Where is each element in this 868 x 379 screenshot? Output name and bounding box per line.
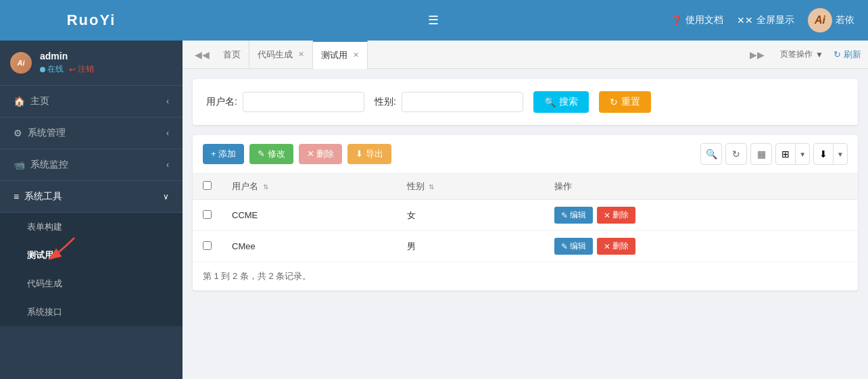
chevron-icon-home: ‹ [166,97,169,106]
tab-testuse-label: 测试用 [321,49,347,61]
layout-icon: ⊞ [776,144,796,164]
row2-edit-button[interactable]: ✎ 编辑 [554,238,593,255]
hamburger-button[interactable]: ☰ [414,13,439,28]
sidebar: Ai admin 在线 ↩ 注销 🏠 主 [0,41,183,379]
sidebar-item-home[interactable]: 🏠 主页 ‹ [0,86,183,118]
table-search-icon-btn[interactable]: 🔍 [700,143,722,165]
sidebar-item-tools[interactable]: ≡ 系统工具 ∨ [0,181,183,213]
refresh-label: 刷新 [844,49,861,61]
row2-operation: ✎ 编辑 ✕ 删除 [544,231,858,262]
row2-edit-label: 编辑 [570,241,586,252]
download-arrow: ▼ [834,144,847,164]
sidebar-item-monitor[interactable]: 📹 系统监控 ‹ [0,149,183,181]
pagination-info: 第 1 到 2 条，共 2 条记录。 [193,262,858,290]
tab-home[interactable]: 首页 [215,41,249,69]
tab-nav-prev[interactable]: ◀◀ [189,49,215,60]
th-gender: 性别 ⇅ [397,174,544,200]
refresh-button[interactable]: ↻ 刷新 [834,49,861,61]
avatar: Ai [808,8,832,32]
row1-edit-button[interactable]: ✎ 编辑 [554,207,593,224]
row1-username: CCME [222,200,397,231]
table-head: 用户名 ⇅ 性别 ⇅ 操作 [193,174,858,200]
row1-checkbox-cell [193,200,222,231]
table-columns-icon-btn[interactable]: ▦ [750,143,772,165]
tab-bar-right: ▶▶ 页签操作 ▼ ↻ 刷新 [744,46,861,63]
sidebar-item-test-use[interactable]: 测试用 [0,241,183,270]
username-input[interactable] [243,92,364,112]
table-refresh-icon-btn[interactable]: ↻ [725,143,747,165]
reset-button[interactable]: ↻ 重置 [599,91,651,113]
tab-nav-next[interactable]: ▶▶ [744,49,770,60]
pagination-text: 第 1 到 2 条，共 2 条记录。 [203,271,311,281]
question-icon: ❓ [671,15,682,26]
table-action-left: + 添加 ✎ 修改 ✕ 删除 ⬇ 导出 [203,144,391,164]
hamburger-icon: ☰ [428,14,439,27]
data-table: 用户名 ⇅ 性别 ⇅ 操作 [193,174,858,262]
th-gender-label: 性别 [407,181,425,191]
sidebar-item-sys-api[interactable]: 系统接口 [0,298,183,326]
row2-delete-icon: ✕ [604,242,610,251]
row1-delete-button[interactable]: ✕ 删除 [597,207,635,224]
sidebar-item-table-build[interactable]: 表单构建 [0,213,183,241]
main-layout: Ai admin 在线 ↩ 注销 🏠 主 [0,41,868,379]
search-icon-small: 🔍 [706,149,717,159]
page-ops-button[interactable]: 页签操作 ▼ [773,46,830,63]
columns-icon: ▦ [757,149,766,159]
edit-btn-label: ✎ 修改 [258,148,285,160]
tab-testuse-close[interactable]: ✕ [353,51,359,59]
chevron-icon-monitor: ‹ [166,160,169,170]
add-button[interactable]: + 添加 [203,144,244,164]
sidebar-user-panel: Ai admin 在线 ↩ 注销 [0,41,183,86]
tab-testuse[interactable]: 测试用 ✕ [313,41,368,69]
row2-checkbox[interactable] [203,241,212,250]
search-btn-label: 搜索 [559,96,578,108]
row2-username: CMee [222,231,397,262]
gender-input[interactable] [402,92,523,112]
user-menu[interactable]: Ai 若依 [808,8,854,32]
status-label: 在线 [47,64,64,75]
table-header-row: 用户名 ⇅ 性别 ⇅ 操作 [193,174,858,200]
row2-delete-label: 删除 [612,241,629,252]
table-actions: + 添加 ✎ 修改 ✕ 删除 ⬇ 导出 [193,135,858,174]
sidebar-item-system[interactable]: ⚙ 系统管理 ‹ [0,118,183,149]
table-download-dropdown[interactable]: ⬇ ▼ [813,143,848,165]
table-layout-dropdown[interactable]: ⊞ ▼ [775,143,810,165]
fullscreen-label: 全屏显示 [756,14,794,26]
tab-codegen[interactable]: 代码生成 ✕ [249,41,313,69]
logout-icon: ↩ [69,65,76,74]
search-button[interactable]: 🔍 搜索 [533,91,589,113]
sidebar-item-label-tools: 系统工具 [24,191,62,203]
sidebar-user-info: admin 在线 ↩ 注销 [40,51,94,75]
row1-edit-icon: ✎ [561,211,568,220]
fullscreen-button[interactable]: ✕✕ 全屏显示 [737,14,794,26]
chevron-icon-system: ‹ [166,128,169,138]
select-all-checkbox[interactable] [203,181,212,190]
sidebar-item-label-home: 主页 [30,95,49,107]
sidebar-status: 在线 ↩ 注销 [40,64,94,75]
docs-label: 使用文档 [685,14,723,26]
export-button[interactable]: ⬇ 导出 [347,144,391,164]
tab-codegen-close[interactable]: ✕ [298,50,304,59]
table-section: + 添加 ✎ 修改 ✕ 删除 ⬇ 导出 [193,135,858,290]
row2-op-cell: ✎ 编辑 ✕ 删除 [554,238,848,255]
tab-codegen-label: 代码生成 [258,49,293,61]
th-username: 用户名 ⇅ [222,174,397,200]
delete-button[interactable]: ✕ 删除 [299,144,343,164]
row1-checkbox[interactable] [203,210,212,219]
page-ops-label: 页签操作 [780,49,813,60]
table-body: CCME 女 ✎ 编辑 ✕ 删除 [193,200,858,262]
export-btn-label: ⬇ 导出 [356,148,383,160]
row1-operation: ✎ 编辑 ✕ 删除 [544,200,858,231]
row2-delete-button[interactable]: ✕ 删除 [597,238,635,255]
edit-button[interactable]: ✎ 修改 [249,144,293,164]
gear-icon: ⚙ [14,128,22,138]
reset-btn-label: 重置 [621,96,640,108]
sidebar-item-code-gen[interactable]: 代码生成 [0,270,183,298]
tools-icon: ≡ [14,191,19,202]
test-use-label: 测试用 [27,250,53,260]
row1-edit-label: 编辑 [570,209,586,221]
docs-button[interactable]: ❓ 使用文档 [671,14,723,26]
table-row: CMee 男 ✎ 编辑 ✕ 删除 [193,231,858,262]
logout-button[interactable]: ↩ 注销 [69,64,94,75]
sidebar-username: admin [40,51,94,61]
